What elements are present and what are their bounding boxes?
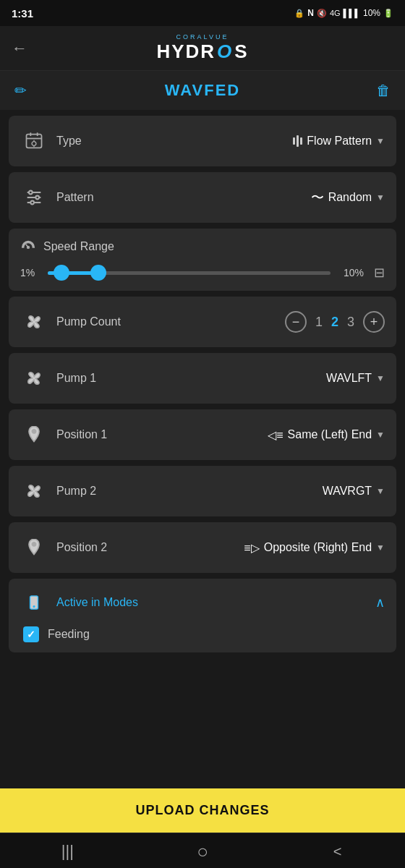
- speed-icon: [20, 239, 36, 255]
- speed-range-header: Speed Range: [20, 239, 385, 255]
- chevron-up-icon[interactable]: ∧: [375, 595, 385, 610]
- position2-value-text: Opposite (Right) End: [264, 541, 372, 554]
- nav-menu-icon[interactable]: |||: [46, 841, 89, 862]
- svg-point-18: [32, 542, 35, 546]
- location-pin2-icon: [24, 537, 44, 558]
- pump-count-icon: [20, 308, 48, 336]
- pump-count-3[interactable]: 3: [347, 315, 354, 330]
- random-icon: 〜: [311, 189, 324, 206]
- back-button[interactable]: ←: [12, 39, 27, 58]
- type-dropdown-arrow[interactable]: ▼: [376, 136, 385, 146]
- pump-count-label: Pump Count: [56, 315, 285, 328]
- pump2-label: Pump 2: [56, 485, 323, 498]
- battery-icon: 🔋: [383, 9, 393, 18]
- svg-point-20: [33, 606, 35, 608]
- svg-point-10: [29, 191, 33, 195]
- svg-point-12: [30, 201, 34, 205]
- app-header: ← CORALVUE HYDROS: [0, 26, 405, 71]
- pump-count-card: Pump Count − 1 2 3 +: [9, 297, 396, 347]
- logo-o-letter: O: [217, 41, 233, 63]
- position1-dropdown-arrow[interactable]: ▼: [376, 430, 385, 440]
- checkmark-icon: ✓: [27, 629, 35, 640]
- status-bar: 1:31 🔒 N 🔇 4G ▌▌▌ 10% 🔋: [0, 0, 405, 26]
- shield-icon: 🔒: [294, 9, 304, 18]
- position1-value-text: Same (Left) End: [288, 428, 372, 441]
- position2-dropdown-arrow[interactable]: ▼: [376, 542, 385, 553]
- edit-icon[interactable]: ✏: [14, 82, 27, 99]
- mute-icon: 🔇: [317, 9, 327, 18]
- pump2-dropdown-arrow[interactable]: ▼: [376, 486, 385, 496]
- speed-thumb-min[interactable]: [54, 265, 69, 281]
- speed-thumb-max[interactable]: [90, 265, 106, 281]
- status-time: 1:31: [12, 7, 33, 20]
- pump-count-2[interactable]: 2: [331, 315, 338, 330]
- active-modes-header[interactable]: Active in Modes ∧: [20, 589, 385, 616]
- type-icon: [20, 127, 48, 155]
- nav-back-icon[interactable]: <: [316, 841, 359, 862]
- pump-count-increase[interactable]: +: [363, 311, 385, 333]
- pattern-label: Pattern: [56, 191, 311, 204]
- active-modes-icon: [20, 589, 48, 616]
- pump1-dropdown-arrow[interactable]: ▼: [376, 373, 385, 383]
- speed-range-label: Speed Range: [43, 240, 114, 253]
- logo-s-letter: S: [234, 41, 248, 63]
- pump2-card: Pump 2 WAVRGT ▼: [9, 466, 396, 516]
- svg-point-11: [35, 196, 39, 200]
- position1-card: Position 1 ◁≡ Same (Left) End ▼: [9, 409, 396, 460]
- flow-pattern-icon: [293, 135, 302, 147]
- svg-point-13: [27, 247, 30, 249]
- active-modes-body: ✓ Feeding: [20, 616, 385, 642]
- pump1-icon: [20, 365, 48, 392]
- feeding-label: Feeding: [48, 628, 90, 641]
- expand-icon[interactable]: ⊟: [374, 265, 385, 281]
- pump1-value-text: WAVLFT: [326, 372, 372, 385]
- pattern-icon: [20, 184, 48, 211]
- type-card: Type Flow Pattern ▼: [9, 116, 396, 166]
- svg-point-16: [32, 430, 35, 433]
- position1-label: Position 1: [56, 428, 268, 441]
- nfc-icon: N: [307, 8, 314, 18]
- pump2-value[interactable]: WAVRGT ▼: [323, 485, 385, 498]
- pump1-fan-icon: [24, 368, 44, 388]
- position1-value[interactable]: ◁≡ Same (Left) End ▼: [268, 428, 385, 442]
- pump-count-decrease[interactable]: −: [285, 311, 307, 333]
- position2-icon: [20, 534, 48, 561]
- pump2-value-text: WAVRGT: [323, 485, 372, 498]
- position2-card: Position 2 ≡▷ Opposite (Right) End ▼: [9, 522, 396, 573]
- position2-value[interactable]: ≡▷ Opposite (Right) End ▼: [244, 541, 385, 555]
- upload-changes-button[interactable]: UPLOAD CHANGES: [0, 788, 405, 833]
- nav-home-icon[interactable]: ○: [181, 841, 224, 862]
- pump2-fan-icon: [24, 481, 44, 501]
- pump1-label: Pump 1: [56, 372, 326, 385]
- pump1-card: Pump 1 WAVLFT ▼: [9, 353, 396, 404]
- pattern-dropdown-arrow[interactable]: ▼: [376, 192, 385, 203]
- pattern-card: Pattern 〜 Random ▼: [9, 172, 396, 223]
- nav-bar: ||| ○ <: [0, 833, 405, 868]
- svg-point-4: [32, 142, 36, 146]
- battery-indicator: 10%: [363, 8, 380, 18]
- pattern-value-text: Random: [328, 191, 372, 204]
- speed-range-track[interactable]: [48, 271, 331, 275]
- position2-label: Position 2: [56, 541, 244, 554]
- logo-coralvue: CORALVUE: [176, 33, 229, 41]
- signal-bars-icon: ▌▌▌: [344, 9, 360, 17]
- speed-max: 10%: [338, 267, 364, 278]
- pump-count-1[interactable]: 1: [315, 315, 323, 330]
- content-area: Type Flow Pattern ▼ Pattern 〜: [0, 110, 405, 788]
- speed-slider-row: 1% 10% ⊟: [20, 265, 385, 281]
- title-bar: ✏ WAVFED 🗑: [0, 71, 405, 110]
- speed-range-card: Speed Range 1% 10% ⊟: [9, 229, 396, 291]
- logo-hydro-text: HYDR: [156, 41, 216, 63]
- pump-count-controls: − 1 2 3 +: [285, 311, 385, 333]
- position1-icon: [20, 421, 48, 448]
- position2-end-icon: ≡▷: [244, 541, 259, 555]
- type-label: Type: [56, 135, 293, 148]
- active-modes-card: Active in Modes ∧ ✓ Feeding: [9, 579, 396, 652]
- phone-waves-icon: [26, 595, 42, 610]
- delete-icon[interactable]: 🗑: [376, 82, 391, 99]
- pump1-value[interactable]: WAVLFT ▼: [326, 372, 385, 385]
- feeding-checkbox[interactable]: ✓: [23, 626, 39, 642]
- sliders-icon: [24, 187, 44, 208]
- pattern-value[interactable]: 〜 Random ▼: [311, 189, 385, 206]
- type-value[interactable]: Flow Pattern ▼: [293, 135, 385, 148]
